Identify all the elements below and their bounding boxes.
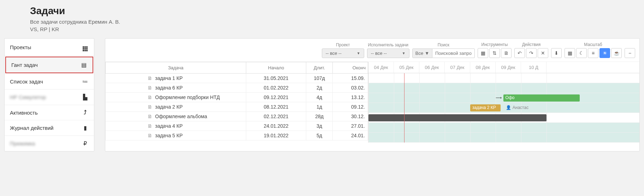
- bar-chart-icon: ▙: [82, 94, 89, 100]
- gantt-bar[interactable]: Офо: [503, 94, 580, 102]
- task-start: 01.02.2022: [246, 83, 306, 93]
- table-row[interactable]: 🗎задача 2 КР 08.12.2021 1д 09.12.: [106, 102, 368, 112]
- task-start: 19.01.2022: [246, 131, 306, 140]
- document-icon: 🗎: [147, 114, 152, 119]
- search-input[interactable]: [432, 48, 475, 58]
- task-name: задача 1 КР: [155, 75, 183, 81]
- col-header-duration[interactable]: Длит.: [306, 62, 333, 74]
- gantt-day-header: 09 Дек: [496, 62, 521, 73]
- scale-coffee-icon[interactable]: ☕: [611, 48, 622, 58]
- undo-icon[interactable]: ↶: [514, 48, 525, 58]
- line-chart-icon: ⤴: [82, 109, 89, 116]
- project-dropdown[interactable]: -- все -- ▼: [322, 48, 364, 58]
- task-end: 15.09.: [333, 74, 368, 83]
- toolbar-scale: Масштаб ▦ ☾ ≡ ☀ ☕: [565, 42, 622, 58]
- filter-search: Поиск Все ▼: [412, 42, 475, 58]
- filter-assignee: Исполнитель задачи -- все -- ▼: [367, 42, 409, 58]
- col-header-end[interactable]: Оконч: [333, 62, 368, 74]
- gantt-timeline-header: 04 Дек05 Дек06 Дек07 Дек08 Дек09 Дек10 Д: [368, 62, 639, 73]
- gantt-row[interactable]: [368, 133, 639, 143]
- sidebar-item-1[interactable]: Гант задач▤: [5, 57, 93, 73]
- task-end: 27.01.: [333, 121, 368, 131]
- search-scope-dropdown[interactable]: Все ▼: [412, 48, 432, 58]
- table-row[interactable]: 🗎задача 6 КР 01.02.2022 2д 03.02.: [106, 83, 368, 93]
- task-end: 30.12.: [333, 112, 368, 121]
- sidebar: ПроектыГант задач▤Список задач≔НР Симуля…: [4, 38, 94, 151]
- task-duration: 2д: [306, 83, 333, 93]
- list-box-icon: ▤: [80, 62, 87, 68]
- user-icon: 👤: [506, 105, 511, 110]
- sidebar-item-4[interactable]: Активность⤴: [5, 105, 94, 120]
- task-duration: 3д: [306, 121, 333, 131]
- task-duration: 1д: [306, 102, 333, 112]
- today-line: [404, 73, 404, 143]
- gantt-row[interactable]: [368, 73, 639, 83]
- document-icon: 🗎: [147, 123, 152, 129]
- gantt-day-header: 05 Дек: [394, 62, 419, 73]
- ruble-icon: ₽: [82, 140, 89, 147]
- gantt-row[interactable]: [368, 103, 639, 113]
- sidebar-item-3[interactable]: НР Симулятор▙: [5, 90, 94, 105]
- page-title: Задачи: [30, 5, 644, 17]
- task-duration: 4д: [306, 93, 333, 102]
- gantt-day-header: 10 Д: [521, 62, 546, 73]
- gantt-container: Задача Начало Длит. Оконч 🗎задача 1 КР 3…: [105, 62, 639, 143]
- gantt-day-header: 08 Дек: [470, 62, 496, 73]
- bar-assignee-label: 👤 Анастас: [506, 105, 528, 110]
- calendar-icon[interactable]: ▦: [478, 48, 488, 58]
- document-icon: 🗎: [147, 94, 152, 100]
- gantt-chart[interactable]: 04 Дек05 Дек06 Дек07 Дек08 Дек09 Дек10 Д…: [368, 62, 639, 143]
- col-header-task[interactable]: Задача: [106, 62, 246, 74]
- scale-list-icon[interactable]: ≡: [588, 48, 598, 58]
- shuffle-icon[interactable]: ✕: [538, 48, 548, 58]
- caret-down-icon: ▼: [402, 51, 406, 55]
- sidebar-item-5[interactable]: Журнал действий▮: [5, 120, 94, 136]
- table-row[interactable]: 🗎Оформление подборки НТД 09.12.2021 4д 1…: [106, 93, 368, 102]
- scale-moon-icon[interactable]: ☾: [576, 48, 587, 58]
- task-table: Задача Начало Длит. Оконч 🗎задача 1 КР 3…: [105, 62, 368, 143]
- sort-icon[interactable]: ⇅: [489, 48, 500, 58]
- minus-icon[interactable]: −: [625, 48, 635, 58]
- gantt-bar[interactable]: [368, 114, 546, 121]
- document-icon[interactable]: 🗎: [501, 48, 512, 58]
- filter-project: Проект -- все -- ▼: [322, 42, 364, 58]
- gantt-row[interactable]: [368, 123, 639, 133]
- task-name: задача 6 КР: [155, 85, 183, 91]
- page-header: Задачи Все задачи сотрудника Еремин А. В…: [0, 0, 644, 38]
- sidebar-item-6[interactable]: Прижимка₽: [5, 136, 94, 151]
- toolbar: Проект -- все -- ▼ Исполнитель задачи --…: [105, 39, 639, 62]
- table-row[interactable]: 🗎задача 4 КР 24.01.2022 3д 27.01.: [106, 121, 368, 131]
- document-icon: 🗎: [147, 75, 152, 81]
- table-row[interactable]: 🗎задача 1 КР 31.05.2021 107д 15.09.: [106, 74, 368, 83]
- gantt-row[interactable]: [368, 83, 639, 93]
- table-row[interactable]: 🗎Оформление альбома 02.12.2021 28д 30.12…: [106, 112, 368, 121]
- document-icon: 🗎: [147, 133, 152, 138]
- sidebar-item-label: Проекты: [10, 44, 31, 50]
- gantt-bar[interactable]: задача 2 КР: [470, 104, 501, 111]
- scale-calendar-icon[interactable]: ▦: [565, 48, 575, 58]
- dependency-arrow-icon: ⟶: [496, 95, 502, 100]
- gantt-day-header: 04 Дек: [368, 62, 394, 73]
- document-icon: 🗎: [147, 85, 152, 91]
- sidebar-item-label: Гант задач: [11, 62, 38, 68]
- sidebar-item-0[interactable]: Проекты: [5, 39, 94, 56]
- download-icon[interactable]: ⬇: [551, 48, 562, 58]
- task-start: 24.01.2022: [246, 121, 306, 131]
- main-panel: Проект -- все -- ▼ Исполнитель задачи --…: [105, 38, 640, 151]
- toolbar-tools: Инструменты ▦ ⇅ 🗎: [478, 42, 512, 58]
- redo-icon[interactable]: ↷: [526, 48, 537, 58]
- toolbar-extra: −: [625, 42, 635, 58]
- sidebar-item-2[interactable]: Список задач≔: [5, 74, 94, 90]
- task-name: задача 5 КР: [155, 133, 183, 138]
- sidebar-item-label: НР Симулятор: [10, 94, 46, 100]
- scale-sun-icon[interactable]: ☀: [599, 48, 610, 58]
- sidebar-item-label: Журнал действий: [10, 125, 53, 131]
- sidebar-item-label: Прижимка: [10, 140, 35, 146]
- task-duration: 28д: [306, 112, 333, 121]
- assignee-dropdown[interactable]: -- все -- ▼: [367, 48, 409, 58]
- table-row[interactable]: 🗎задача 5 КР 19.01.2022 5д 24.01.: [106, 131, 368, 140]
- task-start: 09.12.2021: [246, 93, 306, 102]
- sidebar-item-label: Список задач: [10, 79, 43, 85]
- col-header-start[interactable]: Начало: [246, 62, 306, 74]
- task-name: задача 4 КР: [155, 123, 183, 129]
